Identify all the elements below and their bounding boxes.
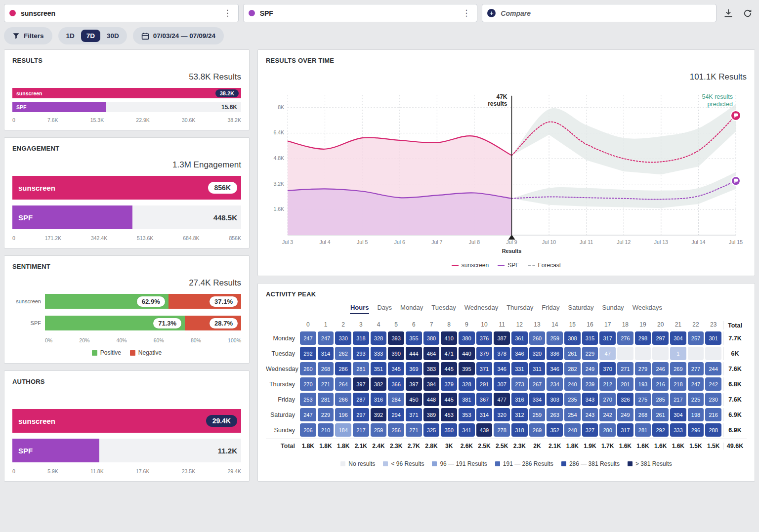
heatmap-cell[interactable]: 242: [599, 408, 616, 421]
tab-weekdays[interactable]: Weekdays: [632, 303, 663, 314]
heatmap-cell[interactable]: 304: [670, 408, 686, 421]
heatmap-cell[interactable]: 218: [670, 377, 686, 391]
heatmap-cell[interactable]: 259: [371, 423, 387, 437]
heatmap-cell[interactable]: 286: [335, 362, 351, 375]
heatmap-cell[interactable]: 379: [476, 347, 493, 360]
heatmap-cell[interactable]: 292: [652, 423, 669, 437]
heatmap-cell[interactable]: 270: [300, 377, 316, 391]
heatmap-cell[interactable]: 341: [459, 423, 475, 437]
heatmap-cell[interactable]: 389: [423, 408, 440, 421]
heatmap-cell[interactable]: 288: [705, 423, 721, 437]
sentiment-positive-segment[interactable]: 71.3%: [45, 316, 185, 330]
heatmap-cell[interactable]: 304: [670, 331, 686, 345]
date-range-picker[interactable]: 07/03/24 — 07/09/24: [133, 27, 224, 44]
heatmap-cell[interactable]: 378: [494, 347, 510, 360]
heatmap-cell[interactable]: 249: [617, 408, 633, 421]
sentiment-negative-segment[interactable]: 28.7%: [185, 316, 241, 330]
heatmap-cell[interactable]: 47: [599, 347, 616, 360]
heatmap-cell[interactable]: 440: [459, 347, 475, 360]
heatmap-cell[interactable]: 367: [476, 393, 493, 406]
heatmap-cell[interactable]: 328: [371, 331, 387, 345]
heatmap-cell[interactable]: 314: [476, 408, 493, 421]
heatmap-cell[interactable]: 193: [635, 377, 651, 391]
heatmap-cell[interactable]: 291: [476, 377, 493, 391]
heatmap-cell[interactable]: 390: [388, 347, 404, 360]
heatmap-cell[interactable]: 381: [459, 393, 475, 406]
heatmap-cell[interactable]: 256: [388, 423, 404, 437]
heatmap-cell[interactable]: 317: [599, 331, 616, 345]
heatmap-cell[interactable]: 271: [406, 423, 422, 437]
heatmap-cell[interactable]: 1: [670, 347, 686, 360]
heatmap-cell[interactable]: 254: [564, 408, 581, 421]
heatmap-cell[interactable]: 280: [599, 423, 616, 437]
heatmap-cell[interactable]: 444: [406, 347, 422, 360]
heatmap-cell[interactable]: 261: [652, 408, 669, 421]
bar-sunscreen[interactable]: sunscreen38.2K: [12, 88, 241, 98]
heatmap-cell[interactable]: [652, 347, 669, 360]
sentiment-bar[interactable]: 71.3%28.7%: [45, 316, 241, 330]
heatmap-cell[interactable]: 387: [494, 331, 510, 345]
heatmap-cell[interactable]: 217: [670, 393, 686, 406]
heatmap-cell[interactable]: 276: [617, 331, 633, 345]
heatmap-cell[interactable]: 439: [476, 423, 493, 437]
heatmap-cell[interactable]: 198: [688, 408, 704, 421]
heatmap-cell[interactable]: 247: [688, 377, 704, 391]
heatmap-cell[interactable]: 315: [582, 331, 598, 345]
heatmap-cell[interactable]: 281: [318, 393, 334, 406]
heatmap-cell[interactable]: 318: [353, 331, 369, 345]
heatmap-cell[interactable]: 318: [511, 423, 528, 437]
heatmap-cell[interactable]: 316: [371, 393, 387, 406]
heatmap-cell[interactable]: 320: [494, 408, 510, 421]
heatmap-cell[interactable]: 263: [547, 408, 563, 421]
heatmap-cell[interactable]: 269: [670, 362, 686, 375]
heatmap-cell[interactable]: 333: [371, 347, 387, 360]
heatmap-cell[interactable]: 271: [617, 362, 633, 375]
heatmap-cell[interactable]: 328: [459, 377, 475, 391]
heatmap-cell[interactable]: 448: [423, 393, 440, 406]
heatmap-cell[interactable]: 235: [564, 393, 581, 406]
heatmap-cell[interactable]: 282: [564, 362, 581, 375]
bar-sunscreen[interactable]: sunscreen856K: [12, 176, 241, 200]
heatmap-cell[interactable]: 278: [494, 423, 510, 437]
bar-spf[interactable]: SPF: [12, 205, 132, 229]
heatmap-cell[interactable]: 201: [617, 377, 633, 391]
heatmap-cell[interactable]: 298: [635, 331, 651, 345]
tab-monday[interactable]: Monday: [400, 303, 423, 314]
heatmap-cell[interactable]: 370: [599, 362, 616, 375]
heatmap-cell[interactable]: 270: [599, 393, 616, 406]
heatmap-cell[interactable]: 259: [547, 331, 563, 345]
heatmap-cell[interactable]: 275: [635, 393, 651, 406]
heatmap-cell[interactable]: 206: [300, 423, 316, 437]
heatmap-cell[interactable]: 366: [388, 377, 404, 391]
tab-saturday[interactable]: Saturday: [567, 303, 594, 314]
compare-box[interactable]: +: [482, 4, 717, 22]
heatmap-cell[interactable]: 346: [511, 347, 528, 360]
heatmap-cell[interactable]: 395: [459, 362, 475, 375]
heatmap-cell[interactable]: [635, 347, 651, 360]
compare-input[interactable]: [501, 9, 711, 17]
heatmap-cell[interactable]: 331: [511, 362, 528, 375]
kebab-menu-icon[interactable]: ⋮: [222, 8, 233, 18]
heatmap-cell[interactable]: 307: [494, 377, 510, 391]
heatmap-cell[interactable]: 261: [564, 347, 581, 360]
heatmap-cell[interactable]: 369: [406, 362, 422, 375]
heatmap-cell[interactable]: 240: [564, 377, 581, 391]
download-button[interactable]: [721, 6, 736, 21]
heatmap-cell[interactable]: 277: [688, 362, 704, 375]
heatmap-cell[interactable]: 317: [617, 423, 633, 437]
heatmap-cell[interactable]: 334: [529, 393, 546, 406]
heatmap-cell[interactable]: 311: [529, 362, 546, 375]
heatmap-cell[interactable]: 352: [547, 423, 563, 437]
range-7d[interactable]: 7D: [81, 30, 100, 42]
heatmap-cell[interactable]: 266: [335, 393, 351, 406]
heatmap-cell[interactable]: 292: [300, 347, 316, 360]
heatmap-cell[interactable]: 336: [547, 347, 563, 360]
tab-hours[interactable]: Hours: [350, 303, 370, 314]
heatmap-cell[interactable]: 216: [652, 377, 669, 391]
filters-button[interactable]: Filters: [4, 27, 52, 44]
sentiment-negative-segment[interactable]: 37.1%: [169, 294, 241, 309]
heatmap-cell[interactable]: 268: [318, 362, 334, 375]
heatmap-cell[interactable]: 453: [441, 408, 457, 421]
heatmap-cell[interactable]: 350: [441, 423, 457, 437]
range-1d[interactable]: 1D: [61, 30, 80, 42]
